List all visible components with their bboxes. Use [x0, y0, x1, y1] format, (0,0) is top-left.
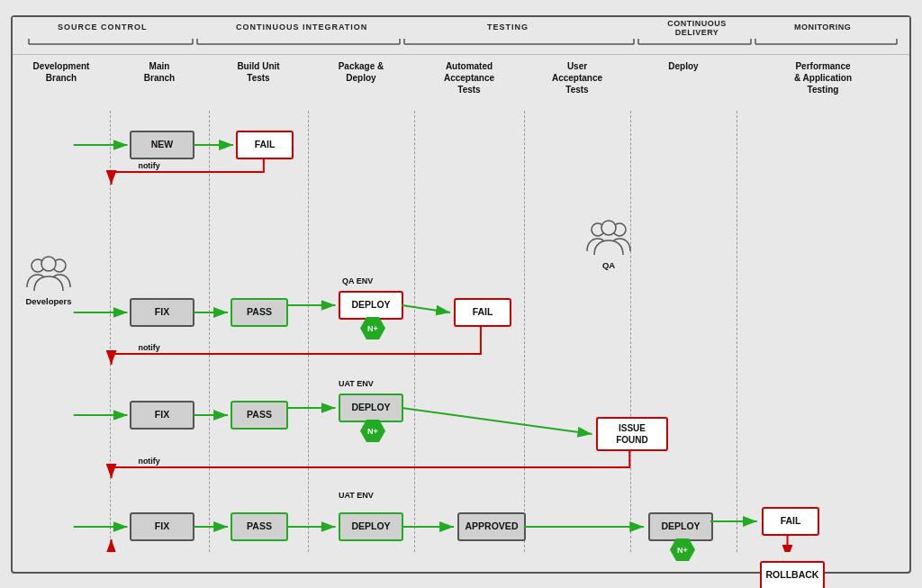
qa-label: QA [602, 260, 615, 270]
box-fail-1: FAIL [236, 131, 294, 159]
svg-point-17 [41, 257, 56, 271]
svg-line-31 [402, 305, 450, 312]
box-fail-qa: FAIL [454, 298, 511, 327]
sep-line-5 [524, 111, 525, 552]
phase-ci: CONTINUOUS INTEGRATION [236, 23, 367, 32]
box-approved: APPROVED [457, 512, 526, 541]
box-deploy-uat-2: DEPLOY [339, 512, 403, 541]
sep-line-6 [630, 111, 631, 552]
nplus-qa: N+ [360, 316, 385, 341]
box-new: NEW [130, 131, 194, 159]
col-header-dev-branch: DevelopmentBranch [13, 55, 110, 111]
uat-env-label-1: UAT ENV [339, 379, 374, 388]
box-fix-2: FIX [130, 298, 194, 327]
svg-text:notify: notify [138, 342, 159, 351]
svg-point-20 [601, 221, 616, 235]
sep-line-1 [110, 111, 111, 552]
box-deploy-final: DEPLOY [648, 512, 713, 541]
sep-line-2 [209, 111, 210, 552]
svg-line-36 [402, 408, 592, 434]
col-header-perf-testing: Performance& ApplicationTesting [737, 55, 909, 111]
phase-source-control: SOURCE CONTROL [58, 23, 148, 32]
box-fail-perf: FAIL [762, 507, 819, 536]
box-issue-found: ISSUEFOUND [596, 417, 668, 451]
col-header-aat: AutomatedAcceptanceTests [414, 55, 524, 111]
uat-env-label-2: UAT ENV [339, 491, 374, 500]
box-pass-4: PASS [230, 512, 288, 541]
box-deploy-uat-1: DEPLOY [339, 394, 403, 422]
nplus-uat-1: N+ [360, 419, 385, 444]
col-header-deploy: Deploy [630, 55, 737, 111]
box-pass-3: PASS [230, 401, 288, 430]
developers-icon: Developers [25, 255, 72, 306]
col-header-package-deploy: Package &Deploy [308, 55, 414, 111]
arrows-svg: notify notify noti [13, 111, 909, 552]
phase-cd: CONTINUOUSDELIVERY [643, 19, 751, 37]
diagram-container: SOURCE CONTROL CONTINUOUS INTEGRATION TE… [11, 15, 911, 574]
sep-line-3 [308, 111, 309, 552]
box-fix-3: FIX [130, 401, 194, 430]
svg-text:notify: notify [138, 160, 159, 169]
col-header-main-branch: MainBranch [110, 55, 209, 111]
phase-monitoring: MONITORING [794, 23, 851, 32]
col-header-uat: UserAcceptanceTests [524, 55, 630, 111]
developers-label: Developers [25, 296, 71, 306]
sep-line-7 [737, 111, 737, 552]
phase-testing: TESTING [487, 23, 529, 32]
box-fix-4: FIX [130, 512, 194, 541]
box-rollback: ROLLBACK [760, 561, 825, 589]
box-deploy-qa: DEPLOY [339, 291, 403, 320]
qa-env-label: QA ENV [342, 276, 373, 285]
col-header-build-unit-tests: Build UnitTests [209, 55, 308, 111]
svg-text:notify: notify [138, 456, 159, 465]
sep-line-4 [414, 111, 415, 552]
box-pass-2: PASS [230, 298, 288, 327]
nplus-final: N+ [670, 538, 695, 563]
qa-icon: QA [585, 219, 632, 270]
